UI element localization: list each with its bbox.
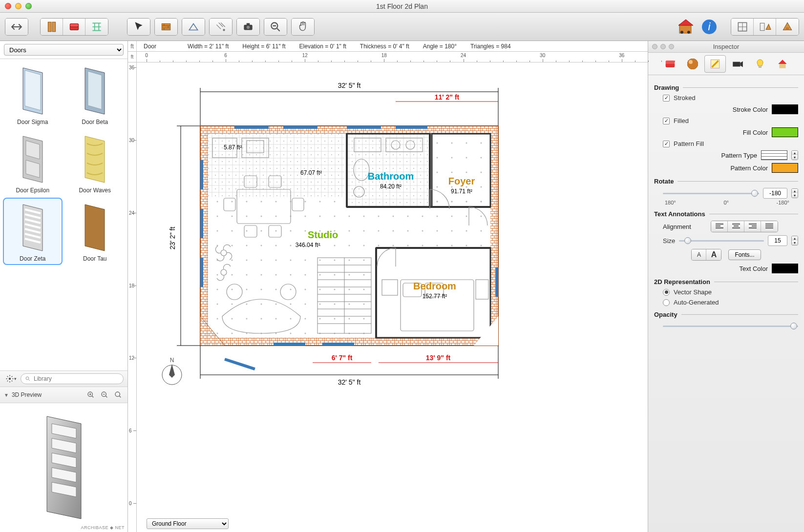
- inspector-tab-materials[interactable]: [682, 55, 703, 73]
- unit-label: ft: [128, 41, 137, 51]
- catalog-item[interactable]: Door Epsilon: [3, 129, 63, 197]
- svg-point-29: [8, 378, 11, 380]
- vector-radio[interactable]: [663, 289, 670, 296]
- inspector-tab-edit[interactable]: [704, 55, 726, 73]
- dimension-tool[interactable]: [210, 19, 232, 35]
- ruler-unit-corner: ft: [128, 52, 137, 62]
- preview-zoom-out-icon[interactable]: [99, 389, 110, 400]
- svg-text:11' 2" ft: 11' 2" ft: [435, 93, 460, 101]
- camera-tool[interactable]: [237, 19, 259, 35]
- library-furniture-button[interactable]: [63, 19, 85, 35]
- svg-rect-3: [70, 23, 78, 27]
- svg-point-5: [223, 29, 225, 31]
- pattern-type-swatch[interactable]: [761, 150, 787, 160]
- room-tool[interactable]: [182, 19, 205, 35]
- catalog-item[interactable]: Door Zeta: [3, 198, 63, 265]
- pattern-color-swatch[interactable]: [772, 163, 798, 173]
- rotate-stepper[interactable]: ▲▼: [791, 188, 798, 198]
- window-zoom-button[interactable]: [25, 3, 32, 9]
- text-small-a-button[interactable]: A: [692, 249, 706, 260]
- opacity-slider[interactable]: [663, 321, 798, 331]
- patternfill-checkbox[interactable]: [663, 141, 670, 147]
- catalog-item[interactable]: Door Sigma: [3, 61, 63, 128]
- window-close-button[interactable]: [5, 3, 11, 9]
- preview-zoom-fit-icon[interactable]: [113, 389, 124, 400]
- svg-rect-63: [347, 134, 430, 207]
- floorplan-canvas[interactable]: 32' 5" ft 11' 2" ft 23' 2" ft: [137, 62, 648, 532]
- rotate-value-input[interactable]: [763, 188, 787, 199]
- preview-zoom-in-icon[interactable]: [85, 389, 96, 400]
- library-search-input[interactable]: [34, 375, 119, 382]
- stroke-color-swatch[interactable]: [772, 104, 798, 114]
- status-thickness: Thickness = 0' 4" ft: [353, 43, 416, 50]
- svg-marker-22: [88, 71, 102, 109]
- svg-text:Foyer: Foyer: [448, 176, 475, 186]
- stroked-checkbox[interactable]: [663, 95, 670, 102]
- status-elevation: Elevation = 0' 1" ft: [293, 43, 353, 50]
- text-color-swatch[interactable]: [772, 264, 798, 273]
- svg-point-12: [680, 31, 683, 34]
- text-color-label: Text Color: [654, 265, 768, 272]
- info-icon[interactable]: i: [699, 17, 719, 37]
- pattern-type-stepper[interactable]: ▲▼: [791, 150, 798, 160]
- inspector-tab-light[interactable]: [749, 55, 771, 73]
- inspector-close-button[interactable]: [652, 44, 657, 49]
- catalog-item[interactable]: Door Waves: [65, 129, 125, 197]
- text-size-stepper[interactable]: ▲▼: [791, 236, 798, 246]
- preview-3d-pane[interactable]: ARCHIBASE ◆ NET: [0, 403, 127, 532]
- align-left-button[interactable]: [711, 221, 728, 232]
- svg-point-148: [689, 60, 693, 64]
- toggle-sidebar-button[interactable]: [5, 19, 28, 35]
- library-materials-button[interactable]: [85, 19, 108, 35]
- inspector-zoom-button[interactable]: [669, 44, 674, 49]
- text-size-slider[interactable]: [679, 236, 764, 246]
- gear-icon[interactable]: ▾: [4, 374, 18, 384]
- zoom-tool[interactable]: [264, 19, 287, 35]
- floorplan-svg: 32' 5" ft 11' 2" ft 23' 2" ft: [137, 62, 648, 521]
- catalog-item-label: Door Beta: [82, 119, 108, 125]
- preview-disclosure-icon[interactable]: ▼: [4, 392, 9, 398]
- fill-color-swatch[interactable]: [772, 127, 798, 137]
- svg-rect-64: [432, 134, 490, 207]
- library-category-select[interactable]: Doors: [4, 44, 124, 56]
- wall-tool[interactable]: [155, 19, 177, 35]
- catalog-item[interactable]: Door Tau: [65, 198, 125, 265]
- svg-rect-154: [779, 64, 785, 68]
- alignment-group: [711, 221, 778, 232]
- svg-text:32' 5" ft: 32' 5" ft: [338, 82, 361, 89]
- text-big-a-button[interactable]: A: [706, 249, 721, 260]
- svg-rect-145: [665, 61, 675, 64]
- fonts-button[interactable]: Fonts...: [728, 249, 761, 260]
- inspector-minimize-button[interactable]: [660, 44, 666, 49]
- view-2d-button[interactable]: [731, 19, 754, 35]
- filled-checkbox[interactable]: [663, 118, 670, 124]
- floor-selector[interactable]: Ground Floor: [147, 518, 229, 529]
- size-label: Size: [663, 237, 675, 245]
- pointer-tool[interactable]: [127, 19, 150, 35]
- inspector-tab-camera[interactable]: [727, 55, 748, 73]
- align-center-button[interactable]: [728, 221, 744, 232]
- svg-text:N: N: [170, 357, 174, 364]
- svg-text:5.87 ft²: 5.87 ft²: [224, 144, 242, 151]
- inspector-tab-house[interactable]: [772, 55, 793, 73]
- auto-radio[interactable]: [663, 299, 670, 306]
- view-3d-button[interactable]: [776, 19, 799, 35]
- catalog-item[interactable]: Door Beta: [65, 61, 125, 128]
- library-search-field[interactable]: [21, 373, 124, 384]
- svg-text:23' 2" ft: 23' 2" ft: [169, 227, 176, 250]
- stroked-label: Stroked: [674, 94, 696, 102]
- patternfill-label: Pattern Fill: [674, 140, 704, 147]
- pan-tool[interactable]: [292, 19, 314, 35]
- library-doors-button[interactable]: [41, 19, 63, 35]
- svg-marker-28: [85, 205, 105, 251]
- svg-point-7: [247, 25, 250, 29]
- watermark-label: ARCHIBASE ◆ NET: [81, 525, 125, 530]
- warehouse-icon[interactable]: [676, 17, 696, 37]
- align-right-button[interactable]: [744, 221, 761, 232]
- rotate-slider[interactable]: [663, 188, 759, 198]
- inspector-tab-furniture[interactable]: [659, 55, 681, 73]
- view-split-button[interactable]: [754, 19, 776, 35]
- window-minimize-button[interactable]: [15, 3, 21, 9]
- align-justify-button[interactable]: [761, 221, 778, 232]
- text-size-input[interactable]: [768, 235, 787, 246]
